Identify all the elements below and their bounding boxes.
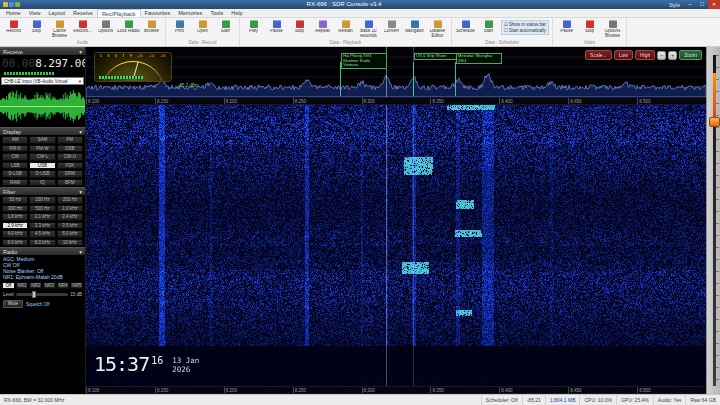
ribbon-button[interactable]: Stop [25, 19, 48, 35]
mode-button[interactable]: CW [2, 153, 28, 161]
ribbon-button[interactable]: Datafile Editor [426, 19, 449, 40]
marker-label[interactable]: Meteofax Shanghai XSG [456, 53, 502, 64]
mode-button[interactable]: RAW [2, 179, 28, 187]
ribbon-tab[interactable]: Favourites [141, 9, 175, 17]
mode-button[interactable]: SAM [29, 136, 55, 144]
mode-button[interactable]: CW-U [57, 153, 83, 161]
filter-button[interactable]: 300 Hz [2, 205, 28, 213]
filter-button[interactable]: 10 kHz [57, 239, 83, 247]
ribbon-button[interactable]: Play [242, 19, 265, 35]
ribbon-button[interactable]: Schedule [454, 19, 477, 35]
scale-button[interactable]: Scale... [585, 50, 612, 60]
ribbon-tab[interactable]: Layout [45, 9, 70, 17]
marker-label[interactable]: Hai Phong XVG Maritime Radio Vietnam [341, 53, 387, 69]
ribbon-button[interactable]: Back 10 seconds [357, 19, 380, 40]
checkbox-icon[interactable]: ☐ [504, 28, 508, 33]
spectrum-panel[interactable]: Hai Phong XVG Maritime Radio Vietnam US … [86, 47, 706, 97]
mode-button[interactable]: AM [2, 136, 28, 144]
ribbon-tab[interactable]: Memories [174, 9, 206, 17]
radio-panel-header[interactable]: Radio ▾ [0, 247, 85, 255]
filter-button[interactable]: 50 Hz [2, 196, 28, 204]
zoom-out-button[interactable]: – [657, 51, 666, 60]
ribbon-button[interactable]: Lock Radio [117, 19, 140, 35]
ribbon-tab[interactable]: Home [2, 9, 25, 17]
ribbon-button[interactable]: Start [214, 19, 237, 35]
ribbon-button[interactable]: Options [94, 19, 117, 35]
high-button[interactable]: High [635, 50, 655, 60]
mode-button[interactable]: D-USB [29, 170, 55, 178]
mode-button[interactable]: CW-L [29, 153, 55, 161]
mode-button[interactable]: IQ [29, 179, 55, 187]
checkbox-icon[interactable]: ☑ [504, 22, 508, 27]
nr-button[interactable]: Off [2, 282, 15, 289]
minimize-button[interactable]: – [684, 0, 696, 9]
filter-button[interactable]: 200 Hz [57, 196, 83, 204]
ribbon-tab[interactable]: Receive [69, 9, 97, 17]
filter-button[interactable]: 8.0 kHz [29, 239, 55, 247]
filter-button[interactable]: 2.4 kHz [57, 213, 83, 221]
filter-panel-header[interactable]: Filter ▾ [0, 187, 85, 195]
nr-button[interactable]: NR4 [57, 282, 70, 289]
ribbon-button[interactable]: Navigator [403, 19, 426, 35]
level-slider[interactable] [16, 293, 68, 296]
collapse-icon[interactable]: ▾ [79, 48, 82, 55]
ribbon-tab[interactable]: Tools [206, 9, 227, 17]
nr-button[interactable]: NR2 [29, 282, 42, 289]
ribbon-button[interactable]: Record... [71, 19, 94, 35]
filter-button[interactable]: 4.0 kHz [2, 230, 28, 238]
frequency-scale-bottom[interactable]: 8.1008.1508.2008.2508.3008.3508.4008.450… [86, 386, 706, 394]
frequency-display[interactable]: 00.008.297.000 [0, 55, 85, 77]
filter-button[interactable]: 5.0 kHz [57, 230, 83, 238]
marker-label[interactable]: US & Ship Shore [414, 53, 460, 60]
ribbon-button[interactable]: Pause [265, 19, 288, 35]
filter-button[interactable]: 100 Hz [29, 196, 55, 204]
ribbon-button[interactable]: Start [477, 19, 500, 35]
nr-button[interactable]: NR3 [43, 282, 56, 289]
filter-button[interactable]: 4.5 kHz [29, 230, 55, 238]
collapse-icon[interactable]: ▾ [79, 128, 82, 135]
mode-button[interactable]: FM-N [2, 145, 28, 153]
frequency-value[interactable]: 8.297.000 [35, 57, 86, 70]
quick-access-toolbar[interactable] [0, 2, 23, 7]
receive-panel-header[interactable]: Receive ▾ [0, 47, 85, 55]
chevron-down-icon[interactable]: ▾ [79, 78, 81, 84]
ribbon-button[interactable]: Print [168, 19, 191, 35]
undo-icon[interactable] [15, 2, 20, 7]
zoom-in-button[interactable]: + [668, 51, 677, 60]
maximize-button[interactable]: □ [696, 0, 708, 9]
mode-button[interactable]: D-LSB [2, 170, 28, 178]
ribbon-tab[interactable]: View [25, 9, 45, 17]
frequency-scale-top[interactable]: 8.1008.1508.2008.2508.3008.3508.4008.450… [86, 97, 706, 105]
filter-button[interactable]: 500 Hz [29, 205, 55, 213]
ribbon-button[interactable]: Pause [555, 19, 578, 35]
mode-button[interactable]: FM [57, 136, 83, 144]
collapse-icon[interactable]: ▾ [79, 248, 82, 255]
filter-button[interactable]: 1.0 kHz [57, 205, 83, 213]
collapse-icon[interactable]: ▾ [79, 188, 82, 195]
audio-device-select[interactable]: CHB-LE Input (VB-Audio Virtual Cable) ▾ [1, 77, 84, 85]
ribbon-button[interactable]: Options Browse [601, 19, 624, 40]
ribbon-button[interactable]: Cache Browse [48, 19, 71, 40]
nr-button[interactable]: NR1 [16, 282, 29, 289]
ribbon-button[interactable]: Stop [578, 19, 601, 35]
filter-button[interactable]: 2.9 kHz [2, 222, 28, 230]
mode-button[interactable]: FM-W [29, 145, 55, 153]
save-icon[interactable] [9, 2, 14, 7]
display-panel-header[interactable]: Display ▾ [0, 127, 85, 135]
filter-button[interactable]: 1.8 kHz [2, 213, 28, 221]
mode-button[interactable]: USB [29, 162, 55, 170]
ribbon-tab[interactable]: Help [227, 9, 246, 17]
mode-button[interactable]: DRM [57, 170, 83, 178]
ribbon-button[interactable]: Browse [140, 19, 163, 35]
scheduler-checkbox[interactable]: ☑Show in status bar [504, 22, 546, 27]
ribbon-button[interactable]: Record [2, 19, 25, 35]
radio-setting-line[interactable]: NR1: Ephraim-Malah 20dB [3, 274, 82, 280]
style-menu[interactable]: Style [665, 2, 684, 8]
mode-button[interactable]: DSB [57, 145, 83, 153]
squelch-status[interactable]: Squelch Off [26, 302, 49, 307]
close-button[interactable]: × [708, 0, 720, 9]
ribbon-button[interactable]: Repeat [311, 19, 334, 35]
mode-button[interactable]: BFM [57, 179, 83, 187]
filter-button[interactable]: 3.3 kHz [29, 222, 55, 230]
level-slider-thumb[interactable] [32, 291, 36, 298]
